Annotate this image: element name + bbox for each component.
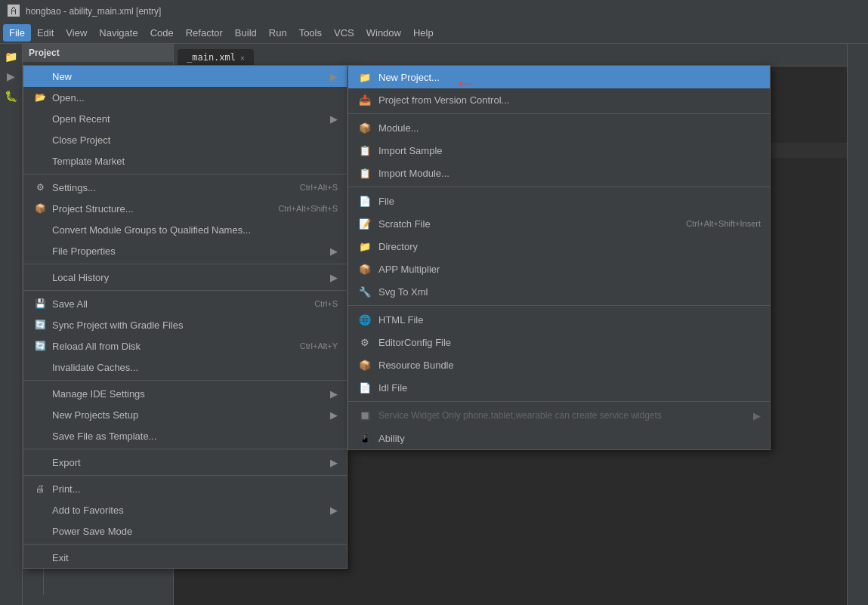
- submenu-ability[interactable]: 📱 Ability: [348, 427, 770, 449]
- file-menu-save-all[interactable]: 💾 Save All Ctrl+S: [23, 293, 347, 314]
- new-icon: [32, 69, 48, 84]
- separator: [348, 401, 770, 402]
- file-menu-add-favorites[interactable]: Add to Favorites ▶: [23, 499, 347, 520]
- menu-file[interactable]: File: [3, 24, 31, 42]
- content-area: Project 📁 en.element 📁 rawfile 📁 zh.elem…: [23, 44, 868, 605]
- red-arrow-indicator: ←: [453, 69, 477, 97]
- submenu-app-multiplier[interactable]: 📦 APP Multiplier: [348, 258, 770, 280]
- editor-tabs: _main.xml ✕: [174, 44, 847, 66]
- right-sidebars: [847, 44, 868, 605]
- separator: [23, 174, 347, 174]
- submenu-module[interactable]: 📦 Module...: [348, 116, 770, 139]
- submenu-file[interactable]: 📄 File: [348, 190, 770, 212]
- menu-navigate[interactable]: Navigate: [93, 24, 144, 42]
- file-menu-manage-ide[interactable]: Manage IDE Settings ▶: [23, 383, 347, 404]
- svg-xml-icon: 🔧: [357, 284, 372, 299]
- recent-icon: [32, 111, 48, 126]
- settings-icon: ⚙: [32, 180, 48, 195]
- file-menu-open[interactable]: 📂 Open...: [23, 87, 347, 108]
- separator: [348, 305, 770, 306]
- main-layout: 📁 ▶ 🐛 Project 📁 en.element 📁 rawfile 📁 z…: [0, 44, 868, 605]
- file-menu-local-history[interactable]: Local History ▶: [23, 267, 347, 288]
- module-icon: 📦: [357, 120, 372, 135]
- menu-view[interactable]: View: [60, 24, 93, 42]
- service-widget-icon: 🔲: [357, 408, 372, 423]
- file-menu-dropdown: New ▶ 📂 Open... Open Recent ▶ Close Proj…: [23, 65, 348, 569]
- file-menu-settings[interactable]: ⚙ Settings... Ctrl+Alt+S: [23, 177, 347, 198]
- submenu-svg-to-xml[interactable]: 🔧 Svg To Xml: [348, 280, 770, 303]
- idl-icon: 📄: [357, 380, 372, 395]
- separator: [348, 187, 770, 187]
- file-menu-new-projects-setup[interactable]: New Projects Setup ▶: [23, 404, 347, 425]
- window-title: hongbao - ability_main.xml [entry]: [26, 6, 161, 17]
- separator: [23, 290, 347, 291]
- menu-code[interactable]: Code: [144, 24, 180, 42]
- sync-icon: 🔄: [32, 317, 48, 332]
- menu-refactor[interactable]: Refactor: [180, 24, 229, 42]
- file-menu-convert-modules[interactable]: Convert Module Groups to Qualified Names…: [23, 219, 347, 240]
- menu-run[interactable]: Run: [263, 24, 293, 42]
- submenu-new-project[interactable]: 📁 New Project...: [348, 66, 770, 88]
- submenu-service-widget: 🔲 Service Widget Only phone,tablet,weara…: [348, 404, 770, 427]
- menu-vcs[interactable]: VCS: [328, 24, 360, 42]
- file-menu-print[interactable]: 🖨 Print...: [23, 478, 347, 499]
- file-menu-power-save[interactable]: Power Save Mode: [23, 520, 347, 542]
- file-menu-sync-gradle[interactable]: 🔄 Sync Project with Gradle Files: [23, 314, 347, 335]
- file-menu-project-structure[interactable]: 📦 Project Structure... Ctrl+Alt+Shift+S: [23, 198, 347, 219]
- directory-icon: 📁: [357, 239, 372, 254]
- sidebar-debug-icon[interactable]: 🐛: [2, 87, 20, 105]
- scratch-icon: 📝: [357, 216, 372, 231]
- ability-icon: 📱: [357, 431, 372, 446]
- file-tree-header: Project: [23, 44, 173, 62]
- print-icon: 🖨: [32, 481, 48, 496]
- submenu-idl-file[interactable]: 📄 Idl File: [348, 376, 770, 399]
- submenu-editorconfig[interactable]: ⚙ EditorConfig File: [348, 331, 770, 353]
- import-module-icon: 📋: [357, 165, 372, 181]
- open-icon: 📂: [32, 90, 48, 105]
- app-multiplier-icon: 📦: [357, 261, 372, 276]
- submenu-html-file[interactable]: 🌐 HTML File: [348, 308, 770, 331]
- tab-close-icon[interactable]: ✕: [240, 54, 245, 62]
- file-menu-file-properties[interactable]: File Properties ▶: [23, 240, 347, 261]
- file-menu-new[interactable]: New ▶: [23, 66, 347, 87]
- separator: [348, 113, 770, 114]
- menu-build[interactable]: Build: [229, 24, 263, 42]
- file-menu-close-project[interactable]: Close Project: [23, 129, 347, 150]
- tab-filename: _main.xml: [187, 52, 236, 63]
- menu-edit[interactable]: Edit: [31, 24, 60, 42]
- separator: [23, 475, 347, 476]
- reload-icon: 🔄: [32, 338, 48, 353]
- submenu-import-sample[interactable]: 📋 Import Sample: [348, 139, 770, 162]
- file-menu-export[interactable]: Export ▶: [23, 452, 347, 473]
- file-menu-reload-disk[interactable]: 🔄 Reload All from Disk Ctrl+Alt+Y: [23, 335, 347, 357]
- submenu-directory[interactable]: 📁 Directory: [348, 235, 770, 258]
- html-icon: 🌐: [357, 312, 372, 327]
- file-menu-template-market[interactable]: Template Market: [23, 150, 347, 171]
- separator: [23, 380, 347, 381]
- submenu-import-module[interactable]: 📋 Import Module...: [348, 162, 770, 184]
- submenu-arrow-recent: ▶: [330, 113, 338, 125]
- sidebar-project-icon[interactable]: 📁: [2, 48, 20, 66]
- submenu-project-vcs[interactable]: 📥 Project from Version Control...: [348, 88, 770, 111]
- file-menu-save-template[interactable]: Save File as Template...: [23, 425, 347, 446]
- separator: [23, 449, 347, 449]
- title-bar: 🅰 hongbao - ability_main.xml [entry]: [0, 0, 868, 23]
- app-icon: 🅰: [8, 5, 20, 18]
- file-menu-invalidate-caches[interactable]: Invalidate Caches...: [23, 357, 347, 378]
- submenu-resource-bundle[interactable]: 📦 Resource Bundle: [348, 353, 770, 376]
- resource-bundle-icon: 📦: [357, 357, 372, 372]
- file-menu-open-recent[interactable]: Open Recent ▶: [23, 108, 347, 129]
- submenu-scratch-file[interactable]: 📝 Scratch File Ctrl+Alt+Shift+Insert: [348, 212, 770, 235]
- editor-tab-main-xml[interactable]: _main.xml ✕: [178, 49, 254, 66]
- sidebar-run-icon[interactable]: ▶: [2, 67, 20, 85]
- structure-icon: 📦: [32, 201, 48, 216]
- editorconfig-icon: ⚙: [357, 335, 372, 350]
- left-sidebar: 📁 ▶ 🐛: [0, 44, 23, 605]
- menu-tools[interactable]: Tools: [293, 24, 328, 42]
- file-menu-exit[interactable]: Exit: [23, 547, 347, 568]
- menu-window[interactable]: Window: [360, 24, 407, 42]
- save-icon: 💾: [32, 296, 48, 311]
- sample-icon: 📋: [357, 143, 372, 158]
- menu-help[interactable]: Help: [407, 24, 440, 42]
- menu-bar: File Edit View Navigate Code Refactor Bu…: [0, 23, 868, 44]
